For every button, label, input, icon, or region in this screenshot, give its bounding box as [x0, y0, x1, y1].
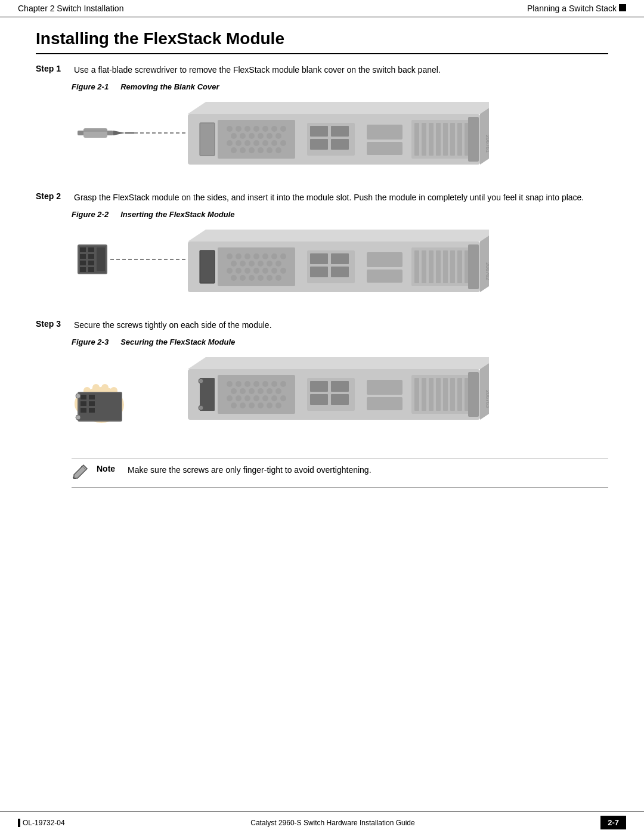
svg-rect-9 — [218, 120, 295, 159]
svg-point-95 — [267, 275, 273, 281]
svg-point-148 — [275, 388, 281, 394]
svg-point-18 — [240, 133, 246, 139]
note-pencil-icon — [72, 464, 89, 482]
svg-rect-100 — [331, 253, 349, 264]
footer-center: Catalyst 2960-S Switch Hardware Installa… — [250, 819, 414, 827]
svg-point-96 — [275, 275, 281, 281]
svg-rect-64 — [88, 267, 94, 272]
figure-1-title: Removing the Blank Cover — [120, 82, 219, 91]
footer-left: OL-19732-04 — [18, 819, 65, 827]
svg-point-156 — [231, 402, 237, 408]
svg-rect-179 — [457, 378, 462, 411]
svg-point-76 — [271, 253, 277, 259]
svg-point-155 — [280, 395, 286, 401]
svg-point-79 — [240, 261, 246, 267]
svg-rect-174 — [422, 378, 426, 411]
figure-3-title: Securing the FlexStack Module — [120, 337, 235, 346]
svg-point-154 — [271, 395, 277, 401]
svg-rect-103 — [367, 252, 402, 267]
svg-point-25 — [244, 140, 250, 146]
svg-rect-104 — [367, 270, 402, 283]
svg-point-163 — [199, 379, 203, 383]
svg-point-150 — [236, 395, 242, 401]
svg-point-29 — [280, 140, 286, 146]
footer-right: 2-7 — [600, 816, 626, 829]
step-2-text: Grasp the FlexStack module on the sides,… — [74, 191, 608, 204]
svg-rect-40 — [331, 139, 349, 150]
step-1-block: Step 1 Use a flat-blade screwdriver to r… — [36, 64, 608, 179]
svg-rect-48 — [436, 123, 441, 156]
svg-rect-63 — [88, 261, 94, 265]
svg-rect-110 — [443, 250, 448, 283]
svg-marker-7 — [188, 102, 489, 114]
svg-rect-53 — [468, 117, 479, 162]
figure-1-svg: 206761 — [72, 96, 489, 174]
svg-point-143 — [231, 388, 237, 394]
step-3-label: Step 3 — [36, 319, 67, 332]
svg-point-83 — [275, 261, 281, 267]
svg-rect-70 — [218, 247, 295, 286]
figure-3-svg: 206763 — [72, 351, 489, 444]
svg-point-93 — [249, 275, 255, 281]
svg-point-14 — [262, 126, 268, 132]
svg-rect-60 — [80, 267, 86, 272]
svg-point-72 — [236, 253, 242, 259]
svg-point-139 — [253, 381, 259, 387]
svg-text:206763: 206763 — [485, 390, 489, 408]
svg-marker-1 — [113, 131, 125, 135]
svg-rect-45 — [414, 123, 419, 156]
svg-point-27 — [262, 140, 268, 146]
svg-point-130 — [76, 394, 80, 398]
svg-rect-41 — [200, 123, 215, 156]
note-block: Note Make sure the screws are only finge… — [72, 459, 608, 488]
svg-point-32 — [249, 147, 255, 153]
svg-point-81 — [258, 261, 264, 267]
svg-rect-108 — [429, 250, 434, 283]
svg-point-33 — [258, 147, 264, 153]
figure-2-block: Figure 2-2 Inserting the FlexStack Modul… — [72, 210, 608, 307]
svg-point-80 — [249, 261, 255, 267]
svg-point-13 — [253, 126, 259, 132]
svg-rect-42 — [367, 125, 402, 140]
svg-point-10 — [227, 126, 233, 132]
step-3-text: Secure the screws tightly on each side o… — [74, 319, 608, 332]
svg-marker-133 — [188, 357, 489, 369]
svg-rect-126 — [80, 408, 86, 413]
svg-point-164 — [199, 405, 203, 410]
svg-rect-46 — [422, 123, 426, 156]
step-3-block: Step 3 Secure the screws tightly on each… — [36, 319, 608, 447]
step-1-label: Step 1 — [36, 64, 67, 76]
svg-rect-51 — [457, 123, 462, 156]
step-2-block: Step 2 Grasp the FlexStack module on the… — [36, 191, 608, 307]
svg-point-131 — [76, 415, 80, 420]
svg-point-89 — [271, 268, 277, 274]
svg-point-77 — [280, 253, 286, 259]
svg-rect-97 — [200, 250, 215, 283]
svg-point-74 — [253, 253, 259, 259]
svg-point-94 — [258, 275, 264, 281]
header-left: Chapter 2 Switch Installation — [18, 4, 123, 13]
figure-2-image: 206762 — [72, 224, 501, 307]
figure-3-image: 206763 — [72, 351, 501, 447]
svg-rect-166 — [310, 381, 328, 392]
svg-point-12 — [244, 126, 250, 132]
svg-point-78 — [231, 261, 237, 267]
svg-rect-111 — [450, 250, 455, 283]
svg-point-23 — [227, 140, 233, 146]
step-1-text: Use a flat-blade screwdriver to remove t… — [74, 64, 608, 76]
svg-point-16 — [280, 126, 286, 132]
svg-point-22 — [275, 133, 281, 139]
svg-rect-38 — [331, 126, 349, 137]
svg-point-138 — [244, 381, 250, 387]
svg-point-151 — [244, 395, 250, 401]
svg-rect-176 — [436, 378, 441, 411]
svg-rect-112 — [457, 250, 462, 283]
svg-rect-125 — [80, 401, 86, 406]
svg-rect-37 — [310, 126, 328, 137]
header-right-text: Planning a Switch Stack — [527, 4, 617, 13]
footer-bar-icon — [18, 819, 20, 827]
svg-rect-169 — [331, 394, 349, 405]
svg-point-15 — [271, 126, 277, 132]
svg-rect-39 — [310, 139, 328, 150]
svg-point-152 — [253, 395, 259, 401]
